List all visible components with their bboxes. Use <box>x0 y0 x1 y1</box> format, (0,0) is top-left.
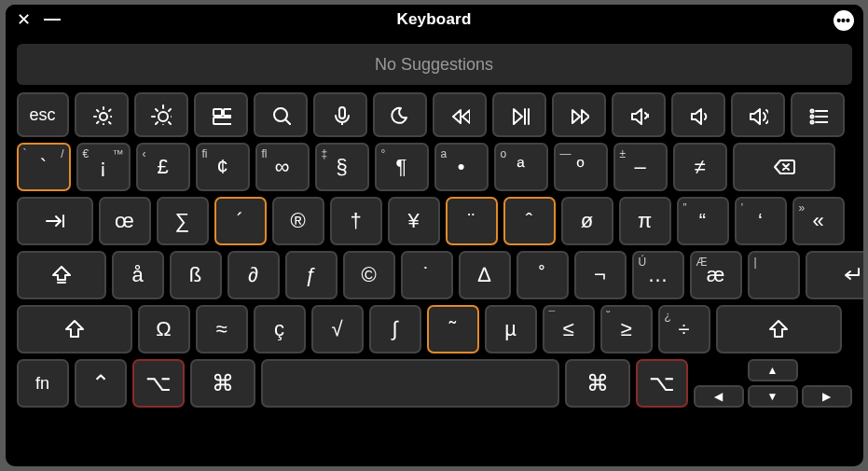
char-key[interactable]: ‹£ <box>136 143 190 191</box>
key-main-glyph: ¬ <box>594 263 606 287</box>
space-key[interactable] <box>261 359 559 408</box>
char-key[interactable]: ˜ <box>427 305 479 353</box>
char-key[interactable]: ¥ <box>388 197 440 245</box>
mic-key[interactable] <box>313 92 367 137</box>
arrow-left-key[interactable]: ◀ <box>694 385 744 408</box>
char-key[interactable]: ¯≤ <box>543 305 595 353</box>
char-key[interactable]: ±– <box>613 143 668 191</box>
caps-lock-key-icon <box>49 263 74 287</box>
char-key[interactable]: a• <box>434 143 489 191</box>
char-key[interactable]: ¬ <box>574 251 627 299</box>
char-key[interactable]: ≠ <box>673 143 727 191</box>
fn-label: fn <box>35 374 49 394</box>
esc-key[interactable]: esc <box>17 92 69 137</box>
char-key[interactable]: © <box>343 251 395 299</box>
brightness-up-key[interactable] <box>134 92 188 137</box>
char-key[interactable]: ƒ <box>285 251 338 299</box>
char-key[interactable]: oª <box>494 143 548 191</box>
key-main-glyph: ˆ <box>526 209 532 233</box>
caps-lock-key[interactable] <box>17 251 106 299</box>
key-corner-tr: / <box>61 148 63 159</box>
char-key[interactable]: ˆ <box>503 197 556 245</box>
char-key[interactable]: ® <box>272 197 324 245</box>
char-key[interactable]: å <box>112 251 164 299</box>
option-left-key[interactable]: ⌥ <box>132 359 185 408</box>
char-key[interactable]: ˙ <box>401 251 453 299</box>
brightness-down-key[interactable] <box>75 92 129 137</box>
svg-point-1 <box>158 112 168 121</box>
fn-key[interactable]: fn <box>17 359 69 408</box>
arrow-up-icon: ▲ <box>767 364 778 377</box>
char-key[interactable]: ¨ <box>446 197 498 245</box>
char-key[interactable]: ∫ <box>369 305 421 353</box>
command-left-key[interactable]: ⌘ <box>190 359 255 408</box>
key-corner-tl: ˘ <box>607 311 611 322</box>
char-key[interactable]: €™¡ <box>76 143 131 191</box>
rewind-key[interactable] <box>433 92 487 137</box>
char-key[interactable]: ß <box>170 251 222 299</box>
char-key[interactable]: ˚ <box>517 251 569 299</box>
key-corner-tl: ± <box>620 148 627 159</box>
shift-left-key[interactable] <box>17 305 132 353</box>
list-key[interactable] <box>791 92 845 137</box>
suggestions-bar: No Suggestions <box>17 44 852 85</box>
arrow-down-key[interactable]: ▼ <box>748 385 798 408</box>
char-key[interactable]: °¶ <box>375 143 429 191</box>
key-corner-tl: ‡ <box>322 148 328 159</box>
char-key[interactable]: ∂ <box>227 251 280 299</box>
char-key[interactable]: ’‘ <box>735 197 787 245</box>
char-key[interactable]: —º <box>554 143 608 191</box>
return-key[interactable] <box>806 251 863 299</box>
char-key[interactable]: »« <box>792 197 845 245</box>
char-key[interactable]: Ææ <box>690 251 742 299</box>
volume-up-key[interactable] <box>731 92 785 137</box>
char-key[interactable]: ∑ <box>157 197 209 245</box>
char-key[interactable]: µ <box>485 305 537 353</box>
char-key[interactable]: Ú… <box>632 251 684 299</box>
char-key[interactable]: fi¢ <box>196 143 250 191</box>
backspace-key[interactable] <box>733 143 835 191</box>
char-key[interactable]: ø <box>561 197 613 245</box>
play-pause-key[interactable] <box>492 92 546 137</box>
key-main-glyph: ∞ <box>275 155 290 179</box>
mute-key[interactable] <box>612 92 666 137</box>
mission-control-key[interactable] <box>194 92 248 137</box>
search-key[interactable] <box>254 92 308 137</box>
arrow-right-key[interactable]: ▶ <box>802 385 852 408</box>
command-left-label: ⌘ <box>212 370 234 396</box>
key-main-glyph: ≠ <box>694 155 705 179</box>
char-key[interactable]: ‡§ <box>315 143 369 191</box>
command-right-key[interactable]: ⌘ <box>565 359 630 408</box>
control-key[interactable]: ⌃ <box>75 359 127 408</box>
char-key[interactable]: ˘≥ <box>600 305 653 353</box>
char-key[interactable]: fl∞ <box>255 143 310 191</box>
key-main-glyph: ‘ <box>758 209 763 233</box>
char-key[interactable]: Ω <box>138 305 190 353</box>
key-main-glyph: … <box>648 263 668 287</box>
char-key[interactable]: ´ <box>214 197 267 245</box>
tab-key[interactable] <box>17 197 93 245</box>
char-key[interactable]: † <box>330 197 382 245</box>
key-main-glyph: † <box>350 209 361 233</box>
dnd-key[interactable] <box>373 92 427 137</box>
char-key[interactable]: π <box>619 197 671 245</box>
svg-point-0 <box>100 113 107 120</box>
play-pause-icon <box>509 104 530 125</box>
shift-right-key[interactable] <box>716 305 842 353</box>
volume-up-icon <box>748 104 768 125</box>
volume-down-icon <box>688 104 709 125</box>
char-key[interactable]: | <box>748 251 800 299</box>
char-key[interactable]: ∆ <box>459 251 511 299</box>
arrow-up-key[interactable]: ▲ <box>748 359 798 381</box>
char-key[interactable]: `/` <box>17 143 71 191</box>
char-key[interactable]: œ <box>99 197 151 245</box>
char-key[interactable]: ”“ <box>677 197 729 245</box>
more-icon[interactable]: ••• <box>834 10 854 31</box>
char-key[interactable]: ç <box>254 305 306 353</box>
volume-down-key[interactable] <box>671 92 725 137</box>
char-key[interactable]: √ <box>311 305 364 353</box>
option-right-key[interactable]: ⌥ <box>636 359 688 408</box>
char-key[interactable]: ≈ <box>196 305 248 353</box>
fast-forward-key[interactable] <box>552 92 606 137</box>
char-key[interactable]: ¿÷ <box>658 305 710 353</box>
